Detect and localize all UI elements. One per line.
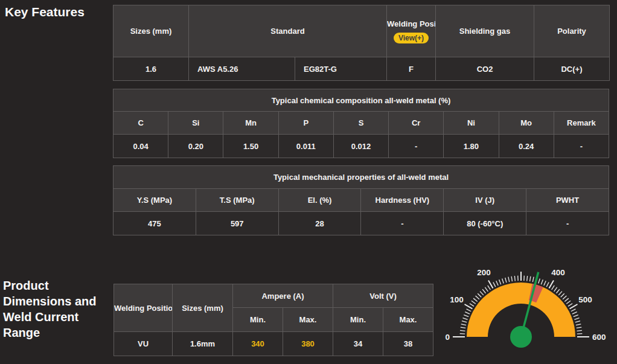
col-header: IV (J) — [444, 189, 526, 212]
cell: - — [361, 212, 444, 235]
view-welding-position-button[interactable]: View(+) — [394, 33, 429, 43]
gauge-tick — [460, 330, 465, 331]
cell-shielding-gas: CO2 — [436, 57, 534, 81]
table-row: 475 597 28 - 80 (-60°C) - — [113, 212, 609, 235]
gauge-tick — [482, 289, 485, 293]
col-header-welding-position: Welding Position — [114, 284, 173, 332]
gauge-tick — [470, 304, 474, 307]
gauge-tick — [488, 286, 491, 290]
col-header-welding-position: Welding Position View(+) — [387, 5, 436, 57]
gauge-tick-label: 0 — [445, 333, 450, 342]
mechanical-properties-table: Typical mechanical properties of all-wel… — [113, 165, 609, 235]
col-header: Cr — [389, 112, 444, 135]
cell-sizes: 1.6 — [113, 57, 189, 81]
gauge-tick-label: 600 — [592, 333, 606, 342]
welding-position-label: Welding Position — [387, 19, 435, 29]
cell-standard-spec: AWS A5.26 — [189, 57, 295, 81]
current-range-gauge: 0100200400500600 — [435, 259, 616, 364]
col-header: T.S (MPa) — [196, 189, 278, 212]
col-header: Ni — [444, 112, 499, 135]
gauge-tick — [571, 309, 576, 311]
gauge-tick — [532, 277, 534, 282]
gauge-tick-label: 500 — [578, 295, 592, 304]
cell: 475 — [113, 212, 196, 235]
col-header-shielding-gas: Shielding gas — [436, 5, 534, 57]
gauge-tick — [499, 279, 501, 284]
cell: 0.20 — [168, 135, 223, 158]
chemical-composition-table: Typical chemical composition all-weld me… — [113, 89, 609, 158]
gauge-tick-label: 400 — [551, 268, 565, 277]
col-header-ampere-min: Min. — [233, 308, 283, 332]
gauge-tick — [577, 330, 581, 331]
col-header: S — [333, 112, 388, 135]
cell: 597 — [196, 212, 278, 235]
gauge-tick — [461, 324, 466, 325]
gauge-tick — [574, 318, 579, 320]
cell: 80 (-60°C) — [444, 212, 526, 235]
cell-ampere-max: 380 — [283, 332, 333, 356]
gauge-tick — [473, 298, 478, 301]
cell: 1.50 — [223, 135, 278, 158]
cell: 28 — [278, 212, 361, 235]
gauge-tick — [476, 296, 479, 299]
col-header-polarity: Polarity — [534, 5, 610, 57]
gauge-tick — [552, 286, 555, 290]
key-features-title: Key Features — [5, 5, 85, 19]
weld-current-range-table: Welding Position Sizes (mm) Ampere (A) V… — [113, 284, 433, 356]
table-row: 1.6 AWS A5.26 EG82T-G F CO2 DC(+) — [113, 57, 610, 81]
key-features-table: Sizes (mm) Standard Welding Position Vie… — [113, 5, 610, 81]
col-header-ampere-max: Max. — [283, 308, 333, 332]
col-header-volt-max: Max. — [383, 308, 433, 332]
table-title: Typical chemical composition all-weld me… — [113, 89, 609, 112]
gauge-tick — [462, 318, 467, 320]
cell: 1.80 — [444, 135, 499, 158]
gauge-tick — [472, 301, 476, 304]
gauge-tick — [505, 278, 507, 283]
gauge-tick — [572, 312, 577, 314]
gauge-tick — [554, 287, 557, 292]
col-header-volt: Volt (V) — [333, 284, 433, 308]
table-row: 0.04 0.20 1.50 0.011 0.012 - 1.80 0.24 - — [113, 135, 609, 158]
gauge-tick — [576, 324, 581, 325]
cell: - — [389, 135, 444, 158]
col-header: P — [278, 112, 333, 135]
cell-standard-class: EG82T-G — [295, 57, 387, 81]
cell: 0.012 — [333, 135, 388, 158]
gauge-tick — [530, 276, 531, 281]
gauge-tick — [511, 276, 512, 281]
gauge-hub — [510, 326, 532, 348]
cell-ampere-min: 340 — [233, 332, 283, 356]
gauge-tick — [558, 292, 562, 295]
cell-welding-position: F — [387, 57, 436, 81]
table-title: Typical mechanical properties of all-wel… — [113, 166, 609, 189]
gauge-tick — [574, 315, 578, 317]
gauge-tick — [461, 327, 465, 328]
cell-welding-position: VU — [114, 332, 173, 356]
gauge-tick-label: 100 — [450, 295, 464, 304]
gauge-chart: 0100200400500600 — [435, 259, 616, 364]
gauge-tick — [502, 278, 504, 283]
col-header-sizes: Sizes (mm) — [173, 284, 233, 332]
cell: 0.04 — [113, 135, 168, 158]
gauge-tick — [557, 289, 560, 293]
gauge-tick — [485, 287, 488, 292]
cell-volt-min: 34 — [333, 332, 383, 356]
gauge-tick-label: 200 — [477, 268, 491, 277]
gauge-tick — [493, 283, 496, 287]
cell: - — [554, 135, 609, 158]
cell-polarity: DC(+) — [534, 57, 610, 81]
cell: 0.011 — [278, 135, 333, 158]
gauge-tick — [561, 293, 564, 297]
gauge-tick — [544, 281, 546, 286]
col-header: Mn — [223, 112, 278, 135]
col-header: Remark — [554, 112, 609, 135]
col-header-standard: Standard — [189, 5, 387, 57]
gauge-tick — [478, 293, 481, 297]
col-header: Hardness (HV) — [361, 189, 444, 212]
gauge-tick — [465, 312, 470, 314]
gauge-tick — [539, 278, 540, 283]
gauge-tick — [462, 321, 467, 322]
gauge-tick — [480, 292, 484, 295]
col-header-volt-min: Min. — [333, 308, 383, 332]
cell-sizes: 1.6mm — [173, 332, 233, 356]
